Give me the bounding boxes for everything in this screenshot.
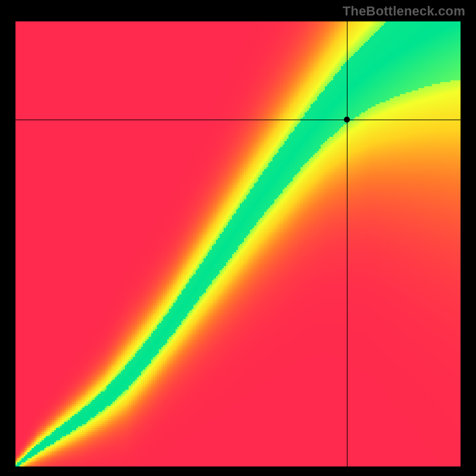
heatmap-canvas bbox=[15, 21, 461, 466]
watermark-text: TheBottleneck.com bbox=[343, 4, 465, 19]
heatmap-plot bbox=[15, 21, 461, 466]
chart-frame: TheBottleneck.com bbox=[0, 0, 476, 476]
